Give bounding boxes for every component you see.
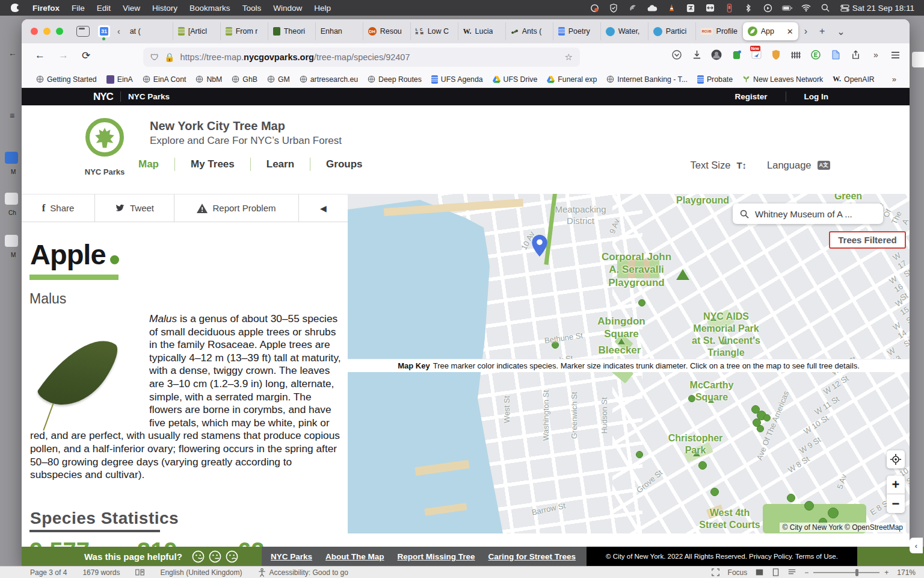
tree-marker-dot[interactable]	[710, 488, 719, 496]
login-link[interactable]: Log In	[793, 92, 840, 101]
menu-item-file[interactable]: File	[66, 4, 91, 13]
hamburger-menu-icon[interactable]	[889, 49, 901, 61]
back-button[interactable]: ←	[35, 49, 45, 61]
tree-marker-dot[interactable]	[698, 461, 707, 470]
fence-icon[interactable]	[790, 49, 802, 61]
tree-marker-triangle[interactable]	[721, 338, 728, 344]
spotlight-search-icon[interactable]	[821, 3, 831, 13]
menu-item-edit[interactable]: Edit	[91, 4, 117, 13]
bookmark-ghb[interactable]: GhB	[227, 75, 262, 84]
tree-marker-dot[interactable]	[763, 414, 771, 421]
tab-from-r[interactable]: From r	[220, 22, 268, 40]
tree-marker-dot[interactable]	[804, 501, 814, 511]
bookmark-gm[interactable]: GM	[262, 75, 295, 84]
app-red-dot-icon[interactable]	[590, 3, 600, 13]
bookmark-eina-cont[interactable]: EinA Cont	[138, 75, 191, 84]
tab-at-[interactable]: at (	[125, 22, 173, 40]
green-e-icon[interactable]	[810, 49, 822, 61]
overflow-chevrons-icon[interactable]: »	[869, 49, 881, 61]
forward-button[interactable]: →	[58, 49, 69, 61]
download-icon[interactable]	[691, 49, 703, 61]
proofing-errors-icon[interactable]	[135, 568, 144, 576]
tree-marker-dot[interactable]	[688, 395, 695, 402]
tab-partici[interactable]: Partici	[648, 22, 695, 40]
tree-marker-dot[interactable]	[828, 508, 839, 518]
new-tab-button[interactable]: +	[813, 26, 831, 37]
scroll-tabs-right-button[interactable]: ›	[798, 26, 813, 37]
footer-link-nyc-parks[interactable]: NYC Parks	[271, 552, 312, 561]
orange-shield-icon[interactable]	[770, 49, 782, 61]
nav-map[interactable]: Map	[138, 158, 159, 170]
zoom-in-plus[interactable]: +	[884, 568, 889, 577]
apple-menu-icon[interactable]	[11, 4, 19, 12]
report-problem-button[interactable]: Report Problem	[174, 194, 299, 222]
text-size-label[interactable]: Text Size	[690, 160, 730, 171]
bookmark-probate[interactable]: Probate	[692, 75, 738, 84]
zoom-out-minus[interactable]: −	[804, 568, 808, 577]
word-accessibility[interactable]: Accessibility: Good to go	[270, 568, 348, 577]
bookmark-ufs-agenda[interactable]: UFS Agenda	[427, 75, 488, 84]
radar-icon[interactable]	[628, 3, 638, 13]
tab-ants-[interactable]: Ants (	[505, 22, 553, 40]
tree-marker-dot[interactable]	[552, 341, 559, 349]
blue-doc-icon[interactable]	[830, 49, 842, 61]
bookmark-deep-routes[interactable]: Deep Routes	[363, 75, 427, 84]
tab-theori[interactable]: Theori	[268, 22, 315, 40]
zoom-slider[interactable]: − +	[804, 568, 889, 577]
tree-marker-dot[interactable]	[636, 451, 643, 458]
pocket-icon[interactable]	[671, 49, 683, 61]
tree-marker-dot[interactable]	[787, 494, 795, 502]
zoom-slider-knob[interactable]	[855, 569, 858, 576]
happy-face-icon[interactable]	[192, 550, 205, 563]
tab-water-[interactable]: Water,	[600, 22, 648, 40]
zoom-window-button[interactable]	[56, 28, 63, 35]
new-badge-extension-icon[interactable]: New	[750, 49, 762, 61]
read-mode-icon[interactable]	[756, 568, 763, 576]
bookmark-internet-banking-t-[interactable]: Internet Banking - T...	[602, 75, 692, 84]
play-circle-icon[interactable]	[763, 3, 773, 13]
share-button[interactable]: f Share	[22, 194, 95, 222]
menu-item-view[interactable]: View	[117, 4, 146, 13]
menu-clock[interactable]: Sat 21 Sep 18:11	[852, 4, 914, 13]
text-size-icon[interactable]: T↕	[736, 160, 747, 170]
bookmark-star-icon[interactable]: ☆	[565, 52, 573, 63]
bookmark-funeral-exp[interactable]: Funeral exp	[542, 75, 602, 84]
tab-app[interactable]: App✕	[743, 22, 798, 40]
word-word-count[interactable]: 1679 words	[82, 568, 120, 577]
menu-item-tools[interactable]: Tools	[236, 4, 268, 13]
tab-profile[interactable]: RCUBProfile	[695, 22, 743, 40]
pinned-calendar-tab[interactable]: 31	[98, 25, 110, 37]
menu-item-window[interactable]: Window	[267, 4, 308, 13]
menu-item-bookmarks[interactable]: Bookmarks	[183, 4, 236, 13]
zoom-out-button[interactable]: −	[887, 494, 905, 513]
language-icon[interactable]: A文	[818, 161, 831, 170]
register-link[interactable]: Register	[724, 92, 778, 101]
bookmark-getting-started[interactable]: Getting Started	[31, 75, 102, 84]
nyc-parks-logo[interactable]	[85, 118, 124, 157]
map-attribution[interactable]: © City of New York © OpenStreetMap	[780, 523, 906, 532]
firefox-view-button[interactable]	[76, 26, 90, 37]
tab-lucia[interactable]: W.Lucia	[458, 22, 505, 40]
word-language[interactable]: English (United Kingdom)	[160, 568, 242, 577]
close-window-button[interactable]	[31, 28, 38, 35]
bookmark-new-leaves-network[interactable]: New Leaves Network	[738, 75, 828, 84]
locate-button[interactable]	[887, 450, 905, 468]
tree-marker-dot[interactable]	[638, 299, 645, 306]
cloud-sync-icon[interactable]	[647, 3, 658, 13]
bookmark-ufs-drive[interactable]: UFS Drive	[488, 75, 543, 84]
tree-marker-triangle[interactable]	[710, 316, 716, 321]
nyc-parks-label[interactable]: NYC Parks	[128, 92, 170, 101]
selected-tree-pin[interactable]	[532, 235, 547, 256]
send-tab-icon[interactable]	[849, 49, 861, 61]
language-label[interactable]: Language	[767, 160, 811, 171]
tab-poetry[interactable]: Poetry	[553, 22, 600, 40]
nav-my-trees[interactable]: My Trees	[191, 158, 235, 170]
map-search-input[interactable]: Whitney Museum of A ...	[733, 204, 883, 224]
bookmark-artresearch-eu[interactable]: artresearch.eu	[295, 75, 363, 84]
red-device-icon[interactable]	[724, 3, 735, 13]
sad-face-icon[interactable]	[226, 550, 238, 563]
nav-groups[interactable]: Groups	[326, 158, 362, 170]
scroll-tabs-left-button[interactable]: ‹	[112, 26, 125, 36]
collapse-panel-button[interactable]: ◀	[299, 194, 348, 222]
web-layout-icon[interactable]	[788, 568, 796, 576]
